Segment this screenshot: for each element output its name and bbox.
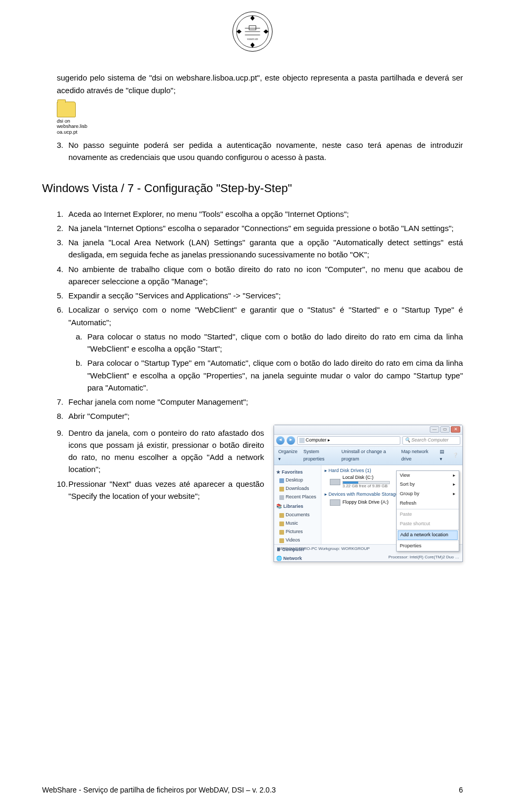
- list-marker: 3.: [57, 236, 68, 261]
- explorer-screenshot: — ▭ ✕ ◄ ► Computer ▸ 🔍 Search Computer: [274, 425, 463, 563]
- list-marker: 5.: [57, 289, 68, 302]
- status-processor: Processor: Intel(R) Core(TM)2 Duo …: [388, 554, 459, 560]
- list-marker: 6.: [57, 304, 68, 328]
- search-icon: 🔍: [405, 437, 410, 444]
- ctx-view[interactable]: View ▸: [397, 471, 459, 480]
- sidebar-favorites-group[interactable]: ★ Favorites: [276, 469, 319, 476]
- step-4: No ambiente de trabalho clique com o bot…: [68, 263, 463, 288]
- ctx-paste: Paste: [397, 510, 459, 519]
- step-6: Localizar o serviço com o nome "WebClien…: [68, 304, 463, 328]
- page-number: 6: [459, 785, 463, 796]
- window-close-icon[interactable]: ✕: [451, 426, 460, 433]
- list-marker: 4.: [57, 263, 68, 288]
- step-10: Pressionar "Next" duas vezes até aparece…: [68, 478, 264, 503]
- sidebar-item-videos[interactable]: Videos: [276, 536, 319, 545]
- drive-label: Local Disk (C:): [342, 475, 390, 480]
- ctx-paste-shortcut: Paste shortcut: [397, 519, 459, 529]
- list-marker: 2.: [57, 222, 68, 234]
- step-5: Expandir a secção "Services and Applicat…: [68, 289, 463, 302]
- disk-icon: [330, 479, 340, 485]
- context-menu: View ▸ Sort by ▸ Group by ▸ Refresh Past…: [396, 470, 459, 552]
- search-input[interactable]: 🔍 Search Computer: [402, 436, 460, 445]
- step-6a: Para colocar o status no modo "Started",…: [87, 330, 463, 355]
- step-2: Na janela "Internet Options" escolha o s…: [68, 222, 463, 234]
- breadcrumb: Computer: [306, 437, 327, 444]
- help-icon[interactable]: ❔: [452, 452, 458, 459]
- nav-back-icon[interactable]: ◄: [276, 436, 285, 445]
- explorer-sidebar: ★ Favorites Desktop Downloads Recent Pla…: [274, 465, 321, 544]
- address-bar[interactable]: Computer ▸: [297, 436, 400, 445]
- sidebar-item-desktop[interactable]: Desktop: [276, 476, 319, 485]
- toolbar-sysprops[interactable]: System properties: [304, 448, 336, 463]
- explorer-main-pane[interactable]: ▸ Hard Disk Drives (1) Local Disk (C:) 3…: [321, 465, 462, 544]
- folder-icon: [57, 102, 76, 117]
- step-1: Aceda ao Internet Explorer, no menu "Too…: [68, 208, 463, 220]
- sidebar-libraries-group[interactable]: 📚 Libraries: [276, 503, 319, 510]
- ctx-properties[interactable]: Properties: [397, 542, 459, 551]
- chevron-right-icon: ▸: [453, 490, 456, 498]
- status-left: WINDOWS7PRO-PC Workgroup: WORKGROUP: [277, 546, 370, 552]
- ctx-group[interactable]: Group by ▸: [397, 489, 459, 499]
- university-seal-logo: VERITATI: [42, 11, 463, 56]
- ctx-sort[interactable]: Sort by ▸: [397, 480, 459, 489]
- floppy-label: Floppy Disk Drive (A:): [342, 500, 389, 505]
- svg-rect-2: [249, 26, 256, 30]
- ctx-add-network-location[interactable]: Add a network location: [398, 530, 458, 540]
- drive-free: 3.22 GB free of 9.89 GB: [342, 484, 390, 489]
- sidebar-item-music[interactable]: Music: [276, 519, 319, 528]
- svg-text:VERITATI: VERITATI: [247, 38, 258, 41]
- toolbar-uninstall[interactable]: Uninstall or change a program: [341, 448, 396, 463]
- list-marker: 1.: [57, 208, 68, 220]
- step-3-prev: No passo seguinte poderá ser pedida a au…: [68, 139, 463, 164]
- step-7: Fechar janela com nome "Computer Managem…: [68, 396, 463, 408]
- chevron-right-icon: ▸: [453, 472, 456, 479]
- step-8: Abrir "Computer";: [68, 410, 463, 422]
- ctx-refresh[interactable]: Refresh: [397, 499, 459, 508]
- view-options-icon[interactable]: ▤ ▾: [440, 448, 447, 463]
- folder-caption: dsi on webshare.lisb oa.ucp.pt: [57, 118, 463, 135]
- step-9: Dentro da janela, com o ponteiro do rato…: [68, 427, 264, 476]
- list-marker: 10.: [57, 478, 68, 503]
- sublist-marker: a.: [76, 330, 87, 355]
- toolbar-organize[interactable]: Organize ▾: [278, 448, 298, 463]
- sublist-marker: b.: [76, 357, 87, 394]
- section-heading: Windows Vista / 7 - Configuração "Step-b…: [42, 179, 463, 197]
- chevron-right-icon: ▸: [328, 437, 330, 444]
- shared-folder-icon-block: dsi on webshare.lisb oa.ucp.pt: [57, 102, 463, 135]
- list-marker: 9.: [57, 427, 68, 476]
- list-marker: 8.: [57, 410, 68, 422]
- intro-paragraph: sugerido pelo sistema de "dsi on webshar…: [57, 72, 463, 96]
- list-marker: 7.: [57, 396, 68, 408]
- step-6b: Para colocar o "Startup Type" em "Automa…: [87, 357, 463, 394]
- computer-icon: [299, 438, 305, 443]
- toolbar-mapdrive[interactable]: Map network drive: [401, 448, 435, 463]
- sidebar-item-recent[interactable]: Recent Places: [276, 493, 319, 502]
- window-minimize-icon[interactable]: —: [430, 426, 439, 433]
- sidebar-item-downloads[interactable]: Downloads: [276, 485, 319, 493]
- sidebar-network-group[interactable]: 🌐 Network: [276, 555, 319, 563]
- nav-forward-icon[interactable]: ►: [287, 436, 295, 445]
- chevron-right-icon: ▸: [453, 481, 456, 488]
- sidebar-item-documents[interactable]: Documents: [276, 511, 319, 519]
- window-maximize-icon[interactable]: ▭: [440, 426, 450, 433]
- footer-left: WebShare - Serviço de partilha de fichei…: [42, 785, 276, 796]
- search-placeholder: Search Computer: [411, 437, 449, 444]
- list-marker: 3.: [57, 139, 68, 164]
- floppy-icon: [330, 499, 340, 506]
- step-3: Na janela "Local Area Network (LAN) Sett…: [68, 236, 463, 261]
- sidebar-item-pictures[interactable]: Pictures: [276, 528, 319, 536]
